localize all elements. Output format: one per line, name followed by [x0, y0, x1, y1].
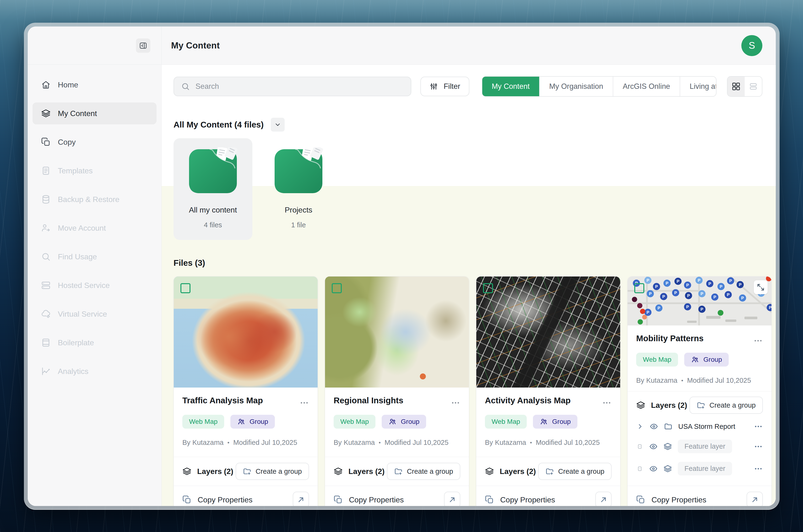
- open-arrow-button[interactable]: [595, 492, 612, 506]
- folder-name: Projects: [285, 206, 312, 214]
- group-icon: [237, 418, 245, 426]
- chevron-down-icon: [274, 121, 281, 129]
- card-thumbnail[interactable]: P P P P P P P P P: [627, 277, 771, 325]
- grid-view-button[interactable]: [728, 77, 745, 96]
- card-layers-row: Layers (2) Create a group: [476, 457, 620, 486]
- server-icon: [41, 281, 51, 290]
- database-icon: [41, 195, 51, 204]
- visibility-eye-icon[interactable]: [649, 442, 658, 451]
- bullet-separator: •: [379, 439, 381, 446]
- sidebar-item-label: Move Account: [58, 224, 106, 232]
- copy-properties-label[interactable]: Copy Properties: [198, 495, 252, 504]
- folder-plus-icon: [394, 467, 403, 476]
- card-checkbox[interactable]: [634, 283, 644, 293]
- layer-row-feature-layer-2[interactable]: Feature layer: [636, 457, 763, 480]
- layer-menu-button[interactable]: [754, 442, 763, 451]
- create-group-button[interactable]: Create a group: [236, 463, 309, 480]
- visibility-eye-icon[interactable]: [649, 464, 658, 473]
- search-box[interactable]: [174, 77, 411, 96]
- card-thumbnail[interactable]: [325, 277, 469, 387]
- card-copy-row: Copy Properties: [325, 486, 469, 506]
- layer-menu-button[interactable]: [754, 464, 763, 473]
- card-thumbnail[interactable]: [476, 277, 620, 387]
- tab-living-atlas[interactable]: Living atlas: [680, 77, 717, 96]
- sidebar-item-my-content[interactable]: My Content: [33, 102, 157, 125]
- layer-row-feature-layer-1[interactable]: Feature layer: [636, 435, 763, 457]
- card-checkbox[interactable]: [483, 283, 493, 293]
- open-arrow-button[interactable]: [747, 492, 763, 506]
- card-thumbnail[interactable]: [174, 277, 317, 387]
- layer-name: Feature layer: [678, 462, 732, 475]
- open-arrow-button[interactable]: [293, 492, 309, 506]
- copy-properties-label[interactable]: Copy Properties: [652, 495, 706, 504]
- avatar[interactable]: S: [741, 35, 762, 56]
- tab-my-content[interactable]: My Content: [482, 77, 540, 96]
- sidebar-item-copy[interactable]: Copy: [33, 131, 157, 153]
- sidebar-item-hosted-service[interactable]: Hosted Service: [33, 274, 157, 296]
- card-checkbox[interactable]: [332, 283, 342, 293]
- sidebar-item-label: Copy: [58, 138, 76, 147]
- folder-projects[interactable]: Projects 1 file: [259, 138, 338, 240]
- visibility-eye-icon[interactable]: [650, 422, 658, 431]
- folder-count: 1 file: [291, 221, 306, 229]
- card-menu-button[interactable]: [602, 396, 612, 407]
- folders-dropdown-button[interactable]: [271, 118, 285, 132]
- main-area: My Content S Filter: [162, 26, 776, 506]
- sidebar-item-find-usage[interactable]: Find Usage: [33, 246, 157, 268]
- layer-row-usa-storm-report[interactable]: USA Storm Report: [636, 418, 763, 435]
- svg-text:P: P: [698, 278, 700, 283]
- sidebar-item-move-account[interactable]: Move Account: [33, 217, 157, 239]
- card-layers-row: Layers (2) Create a group: [325, 457, 469, 486]
- layer-name: USA Storm Report: [678, 423, 735, 431]
- sidebar-item-backup-restore[interactable]: Backup & Restore: [33, 188, 157, 210]
- sidebar-item-boilerplate[interactable]: Boilerplate: [33, 332, 157, 354]
- copy-properties-label[interactable]: Copy Properties: [349, 495, 404, 504]
- card-info: Regional Insights Web Map Group: [325, 387, 469, 453]
- activity-map-image: [476, 277, 620, 387]
- list-view-button[interactable]: [745, 77, 762, 96]
- file-card-mobility-patterns: P P P P P P P P P: [627, 276, 772, 506]
- sidebar-item-templates[interactable]: Templates: [33, 160, 157, 182]
- create-group-button[interactable]: Create a group: [690, 397, 763, 414]
- layer-name: Feature layer: [678, 440, 732, 453]
- arrow-up-right-icon: [750, 495, 759, 504]
- sidebar-item-analytics[interactable]: Analytics: [33, 360, 157, 382]
- bullet-separator: •: [227, 439, 229, 446]
- svg-text:P: P: [649, 291, 652, 296]
- card-menu-button[interactable]: [753, 334, 763, 345]
- group-badge: Group: [684, 353, 729, 366]
- card-menu-button[interactable]: [299, 396, 309, 407]
- more-menu-icon: [602, 398, 612, 407]
- open-arrow-button[interactable]: [444, 492, 460, 506]
- svg-text:P: P: [646, 310, 649, 315]
- search-input[interactable]: [196, 82, 404, 91]
- sidebar-item-home[interactable]: Home: [33, 74, 157, 96]
- expand-thumbnail-button[interactable]: [754, 280, 768, 294]
- sidebar-item-label: Home: [58, 80, 78, 89]
- sidebar-collapse-button[interactable]: [136, 38, 150, 53]
- tab-my-organisation[interactable]: My Organisation: [539, 77, 613, 96]
- svg-text:P: P: [686, 305, 689, 309]
- card-checkbox[interactable]: [180, 283, 190, 293]
- svg-text:P: P: [646, 278, 649, 283]
- folder-all-my-content[interactable]: All my content 4 files: [174, 138, 252, 240]
- card-menu-button[interactable]: [451, 396, 460, 407]
- sidebar-item-virtual-service[interactable]: Virtual Service: [33, 303, 157, 325]
- layer-handle-icon: [636, 465, 643, 472]
- chevron-right-icon[interactable]: [636, 423, 644, 430]
- copy-properties-label[interactable]: Copy Properties: [500, 495, 555, 504]
- filter-button[interactable]: Filter: [420, 77, 469, 96]
- layer-list: USA Storm Report Feature layer: [627, 416, 771, 483]
- page-header: My Content S: [162, 26, 776, 65]
- create-group-button[interactable]: Create a group: [538, 463, 612, 480]
- layer-menu-button[interactable]: [754, 422, 763, 431]
- create-group-button[interactable]: Create a group: [387, 463, 460, 480]
- copy-icon: [485, 495, 494, 504]
- card-info: Mobility Patterns Web Map Group: [627, 325, 771, 391]
- layers-count-label: Layers (2): [197, 467, 233, 476]
- arrow-up-right-icon: [599, 495, 608, 504]
- more-menu-icon: [753, 336, 763, 345]
- tab-arcgis-online[interactable]: ArcGIS Online: [613, 77, 680, 96]
- sidebar-top: [28, 26, 161, 65]
- search-icon: [181, 82, 190, 91]
